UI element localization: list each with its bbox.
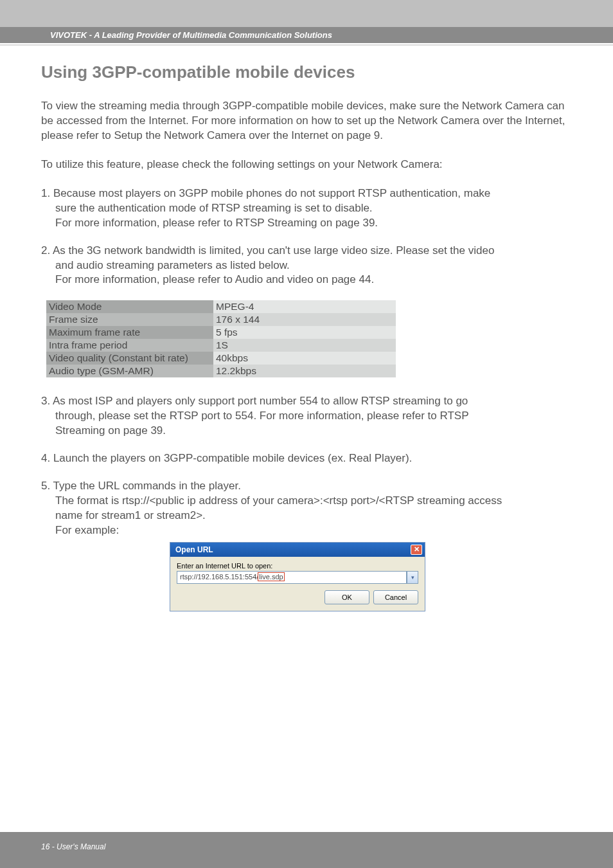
ok-button[interactable]: OK	[324, 590, 369, 604]
step-5-line1: 5. Type the URL commands in the player.	[41, 480, 241, 492]
dialog-input-row: rtsp://192.168.5.151:554/live.sdp ▾	[177, 571, 418, 584]
table-row: Maximum frame rate 5 fps	[46, 326, 396, 339]
setting-value: 40kbps	[213, 352, 396, 365]
step-4: 4. Launch the players on 3GPP-compatible…	[41, 451, 574, 466]
setting-label: Maximum frame rate	[46, 326, 213, 339]
step-3-line3: Streaming on page 39.	[41, 424, 574, 439]
page-content: Using 3GPP-compatible mobile devices To …	[0, 46, 613, 611]
setting-label: Intra frame period	[46, 339, 213, 352]
open-url-dialog: Open URL ✕ Enter an Internet URL to open…	[170, 542, 425, 611]
section-title: Using 3GPP-compatible mobile devices	[41, 62, 574, 82]
step-2-line3: For more information, please refer to Au…	[41, 273, 574, 287]
table-row: Frame size 176 x 144	[46, 313, 396, 326]
setting-value: 12.2kbps	[213, 365, 396, 377]
dialog-title: Open URL	[175, 545, 213, 554]
setting-value: 176 x 144	[213, 313, 396, 326]
dropdown-icon[interactable]: ▾	[407, 571, 418, 584]
table-row: Video quality (Constant bit rate) 40kbps	[46, 352, 396, 365]
dialog-label: Enter an Internet URL to open:	[177, 562, 418, 570]
url-input[interactable]: rtsp://192.168.5.151:554/live.sdp	[177, 571, 407, 584]
step-1-line2: sure the authentication mode of RTSP str…	[41, 201, 574, 216]
setting-label: Audio type (GSM-AMR)	[46, 365, 213, 377]
step-1-line3: For more information, please refer to RT…	[41, 216, 574, 231]
step-5-line4: For example:	[41, 523, 574, 538]
dialog-body: Enter an Internet URL to open: rtsp://19…	[170, 557, 425, 611]
setting-value: MPEG-4	[213, 300, 396, 313]
step-5: 5. Type the URL commands in the player. …	[41, 479, 574, 538]
step-2: 2. As the 3G network bandwidth is limite…	[41, 244, 574, 288]
step-3: 3. As most ISP and players only support …	[41, 394, 574, 439]
table-row: Video Mode MPEG-4	[46, 300, 396, 313]
step-2-line2: and audio streaming parameters as listed…	[41, 258, 574, 273]
settings-table: Video Mode MPEG-4 Frame size 176 x 144 M…	[46, 300, 396, 377]
table-row: Audio type (GSM-AMR) 12.2kbps	[46, 365, 396, 377]
step-3-line2: through, please set the RTSP port to 554…	[41, 409, 574, 424]
step-1-line1: 1. Because most players on 3GPP mobile p…	[41, 187, 490, 199]
intro-paragraph: To view the streaming media through 3GPP…	[41, 99, 574, 143]
setting-label: Frame size	[46, 313, 213, 326]
header-band: VIVOTEK - A Leading Provider of Multimed…	[0, 27, 613, 43]
close-icon[interactable]: ✕	[411, 545, 422, 555]
step-5-line2: The format is rtsp://<public ip address …	[41, 494, 574, 509]
table-row: Intra frame period 1S	[46, 339, 396, 352]
header-tagline: VIVOTEK - A Leading Provider of Multimed…	[50, 30, 332, 40]
step-5-line3: name for stream1 or stream2>.	[41, 509, 574, 523]
setting-label: Video quality (Constant bit rate)	[46, 352, 213, 365]
url-highlight-text: live.sdp	[258, 572, 284, 581]
dialog-screenshot: Open URL ✕ Enter an Internet URL to open…	[170, 542, 574, 611]
top-gray-band	[0, 0, 613, 27]
step-2-line1: 2. As the 3G network bandwidth is limite…	[41, 244, 494, 257]
setting-label: Video Mode	[46, 300, 213, 313]
cancel-button[interactable]: Cancel	[373, 590, 418, 604]
url-prefix-text: rtsp://192.168.5.151:554/	[180, 573, 258, 581]
step-4-text: 4. Launch the players on 3GPP-compatible…	[41, 452, 412, 464]
setting-value: 5 fps	[213, 326, 396, 339]
setting-value: 1S	[213, 339, 396, 352]
dialog-titlebar: Open URL ✕	[170, 543, 425, 557]
step-1: 1. Because most players on 3GPP mobile p…	[41, 186, 574, 231]
step-3-line1: 3. As most ISP and players only support …	[41, 395, 468, 407]
dialog-buttons: OK Cancel	[177, 590, 418, 604]
footer-page-number: 16 - User's Manual	[41, 842, 105, 851]
utilize-paragraph: To utilize this feature, please check th…	[41, 158, 574, 172]
